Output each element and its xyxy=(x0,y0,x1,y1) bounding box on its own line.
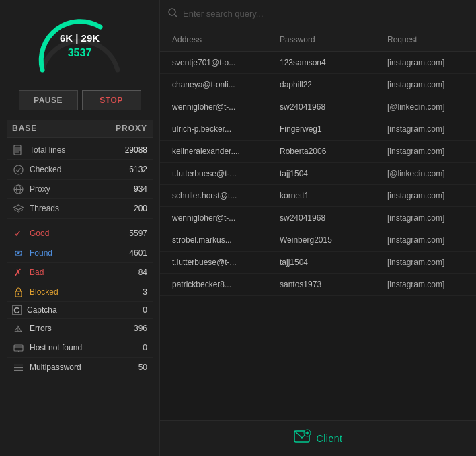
stats-row-total-lines: Total lines 29088 xyxy=(7,141,153,160)
proxy-value: 934 xyxy=(134,184,147,194)
result-row-errors: ⚠ Errors 396 xyxy=(7,319,153,338)
blocked-value: 3 xyxy=(143,287,147,297)
th-address: Address xyxy=(172,35,280,44)
threads-value: 200 xyxy=(134,204,147,213)
stats-header-proxy: PROXY xyxy=(116,124,147,133)
client-bar: Client xyxy=(160,420,476,456)
td-request: [instagram.com] xyxy=(387,213,464,223)
check-circle-icon xyxy=(12,163,24,176)
td-password: sw24041968 xyxy=(280,102,387,112)
errors-label: Errors xyxy=(30,324,134,333)
td-password: sw24041968 xyxy=(280,213,387,223)
result-row-found: ✉ Found 4601 xyxy=(7,243,153,263)
td-request: [@linkedin.com] xyxy=(387,169,464,178)
gauge: 6K | 29K 3537 xyxy=(33,12,127,79)
th-request: Request xyxy=(387,35,464,44)
blocked-label: Blocked xyxy=(30,287,143,297)
left-panel: 6K | 29K 3537 PAUSE STOP BASE PROXY Tota… xyxy=(0,0,160,456)
td-password: Fingerweg1 xyxy=(280,124,387,134)
td-request: [instagram.com] xyxy=(387,147,464,156)
client-email-icon xyxy=(294,429,311,448)
checked-value: 6132 xyxy=(129,165,147,174)
good-icon: ✓ xyxy=(12,227,24,239)
td-request: [instagram.com] xyxy=(387,280,464,289)
td-request: [instagram.com] xyxy=(387,124,464,134)
stats-row-threads: Threads 200 xyxy=(7,199,153,219)
table-row: ulrich-p.becker... Fingerweg1 [instagram… xyxy=(160,118,476,141)
stats-header: BASE PROXY xyxy=(7,120,153,138)
search-input[interactable] xyxy=(183,9,468,19)
right-panel: Address Password Request sventje701@t-o.… xyxy=(160,0,476,456)
client-button[interactable]: Client xyxy=(294,429,343,448)
good-label: Good xyxy=(30,229,129,238)
table-row: wennigloher@t-... sw24041968 [instagram.… xyxy=(160,207,476,229)
td-request: [instagram.com] xyxy=(387,80,464,89)
total-lines-value: 29088 xyxy=(125,145,147,155)
svg-rect-11 xyxy=(14,345,23,351)
found-icon: ✉ xyxy=(12,247,24,259)
td-password: 123samson4 xyxy=(280,58,387,67)
result-row-blocked: Blocked 3 xyxy=(7,282,153,302)
globe-icon xyxy=(12,183,24,195)
result-row-bad: ✗ Bad 84 xyxy=(7,263,153,282)
td-request: [instagram.com] xyxy=(387,191,464,200)
gauge-sub-text: 3537 xyxy=(33,47,127,59)
table-row: wennigloher@t-... sw24041968 [@linkedin.… xyxy=(160,96,476,118)
td-address: schuller.horst@t... xyxy=(172,191,280,200)
svg-point-10 xyxy=(17,293,19,295)
stats-row-checked: Checked 6132 xyxy=(7,160,153,180)
gauge-svg xyxy=(33,12,127,79)
bad-label: Bad xyxy=(30,268,138,277)
pause-button[interactable]: PAUSE xyxy=(19,90,78,110)
captcha-label: Captcha xyxy=(27,305,143,315)
total-lines-label: Total lines xyxy=(30,145,125,155)
errors-icon: ⚠ xyxy=(12,322,24,334)
table-body: sventje701@t-o... 123samson4 [instagram.… xyxy=(160,52,476,420)
svg-point-4 xyxy=(14,165,23,174)
td-address: sventje701@t-o... xyxy=(172,58,280,67)
td-address: t.lutterbuese@t-... xyxy=(172,169,280,178)
threads-label: Threads xyxy=(30,204,134,213)
table-row: t.lutterbuese@t-... tajj1504 [@linkedin.… xyxy=(160,163,476,185)
bad-value: 84 xyxy=(138,268,147,277)
table-row: strobel.markus... Weinberg2015 [instagra… xyxy=(160,229,476,252)
table-row: t.lutterbuese@t-... tajj1504 [instagram.… xyxy=(160,252,476,274)
table-row: kellneralexander.... Roberta2006 [instag… xyxy=(160,141,476,163)
checked-label: Checked xyxy=(30,165,129,174)
td-password: Roberta2006 xyxy=(280,147,387,156)
th-password: Password xyxy=(280,35,387,44)
client-label: Client xyxy=(317,433,343,444)
result-row-host: Host not found 0 xyxy=(7,338,153,358)
control-buttons: PAUSE STOP xyxy=(7,90,153,110)
td-request: [instagram.com] xyxy=(387,258,464,267)
table-row: sventje701@t-o... 123samson4 [instagram.… xyxy=(160,52,476,74)
result-row-multipassword: Multipassword 50 xyxy=(7,358,153,377)
multipassword-value: 50 xyxy=(138,363,147,372)
results-list: ✓ Good 5597 ✉ Found 4601 ✗ Bad 84 Blocke… xyxy=(7,224,153,377)
host-value: 0 xyxy=(143,343,147,352)
found-value: 4601 xyxy=(129,248,147,258)
td-address: t.lutterbuese@t-... xyxy=(172,258,280,267)
stats-list: Total lines 29088 Checked 6132 Proxy 934… xyxy=(7,141,153,219)
stats-row-proxy: Proxy 934 xyxy=(7,180,153,199)
blocked-icon xyxy=(12,286,24,298)
svg-marker-8 xyxy=(14,205,23,210)
td-password: Weinberg2015 xyxy=(280,235,387,245)
multipassword-icon xyxy=(12,361,24,373)
table-header: Address Password Request xyxy=(160,28,476,52)
good-value: 5597 xyxy=(129,229,147,238)
td-request: [@linkedin.com] xyxy=(387,102,464,112)
stop-button[interactable]: STOP xyxy=(82,90,141,110)
td-address: ulrich-p.becker... xyxy=(172,124,280,134)
search-bar xyxy=(160,0,476,28)
table-row: patrickbecker8... santos1973 [instagram.… xyxy=(160,274,476,296)
td-password: tajj1504 xyxy=(280,258,387,267)
td-address: chaneya@t-onli... xyxy=(172,80,280,89)
file-icon xyxy=(12,144,24,156)
captcha-icon: C xyxy=(12,305,22,315)
td-password: tajj1504 xyxy=(280,169,387,178)
proxy-label: Proxy xyxy=(30,184,134,194)
td-address: strobel.markus... xyxy=(172,235,280,245)
result-row-captcha: C Captcha 0 xyxy=(7,302,153,319)
td-address: wennigloher@t-... xyxy=(172,102,280,112)
